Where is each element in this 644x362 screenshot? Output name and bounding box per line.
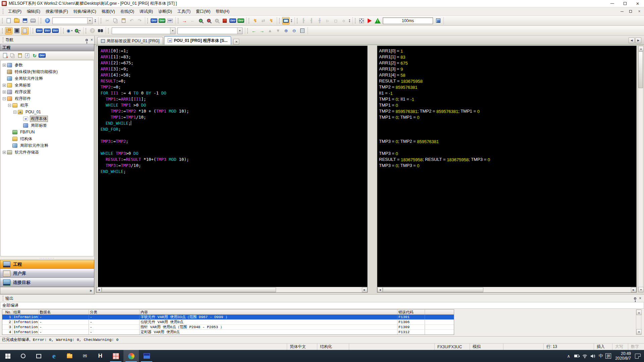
function-combobox[interactable]: ▼ [52, 17, 93, 24]
volume-icon[interactable] [589, 350, 596, 362]
device-memory-icon[interactable]: Dev [44, 27, 51, 35]
step-stop-icon[interactable]: □ [332, 17, 339, 24]
zoom-out-icon[interactable]: ⊖ [290, 27, 298, 35]
code-line[interactable]: ARR1[1]:=83; [101, 54, 367, 60]
code-line[interactable]: RESULT:=0; [101, 78, 367, 84]
scroll-down-icon[interactable]: ▼ [638, 287, 644, 292]
code-line[interactable] [101, 144, 367, 150]
navigation-close-icon[interactable]: × [91, 38, 93, 42]
device-comment-search-icon[interactable]: Dev [150, 17, 158, 24]
help-secondary-icon[interactable]: ? [89, 27, 96, 35]
output-vscrollbar[interactable]: ▲ ▼ [636, 309, 641, 335]
help-icon[interactable]: ? [44, 17, 51, 24]
scroll-down-icon[interactable]: ▼ [636, 329, 642, 335]
redo-icon[interactable]: ↷ [136, 17, 143, 24]
toolbar-overflow-icon[interactable]: ▾▾ [94, 19, 97, 22]
tree-item[interactable]: +程序设置 [1, 88, 94, 95]
ladder-coil-icon[interactable]: ╢ [308, 17, 315, 24]
code-line[interactable]: TMP2:=0; [101, 84, 367, 90]
menu-item[interactable]: 帮助(H) [213, 7, 232, 16]
code-line[interactable]: TMP3:=TMP2; [101, 138, 367, 144]
tree-expander-icon[interactable]: + [3, 84, 6, 87]
code-line[interactable]: END_FOR; [101, 126, 367, 132]
close-button[interactable]: ✕ [631, 0, 644, 7]
editor-hscrollbar[interactable]: ◀ ▶ [96, 287, 367, 292]
code-line[interactable]: RESULT:=RESULT *10+(TMP3 MOD 10); [101, 157, 367, 163]
simulation-settings-icon[interactable] [358, 17, 365, 24]
nav-property-icon[interactable]: i [24, 52, 31, 59]
tree-item[interactable]: +参数 [1, 62, 94, 68]
menu-item[interactable]: 搜索/替换(F) [43, 7, 71, 16]
scroll-left-icon[interactable]: ◀ [96, 287, 102, 292]
copy-icon[interactable] [112, 17, 119, 24]
monitor-stop-icon[interactable] [205, 17, 212, 24]
scroll-left-icon[interactable]: ◀ [377, 287, 383, 292]
zoom-in-icon[interactable]: ⊕ [282, 27, 290, 35]
device-test-icon[interactable]: Dev [237, 17, 245, 24]
scan-time-field[interactable]: 100ms [383, 17, 433, 24]
table-row[interactable]: 2Information--位软元件 VAR用 使用0点F1306 [2, 320, 454, 325]
print-icon[interactable] [29, 17, 37, 24]
gx-works2-app-button[interactable] [108, 350, 123, 362]
paste-icon[interactable] [120, 17, 127, 24]
monitor-vscrollbar[interactable]: ▲ ▼ [638, 46, 643, 293]
chevron-more-icon[interactable]: » [90, 288, 92, 293]
transfer-setup-icon[interactable]: ↯ [252, 17, 259, 24]
ime-mode-indicator[interactable]: 拼 [605, 353, 611, 359]
st-editor-pane[interactable]: ARR1[0]:=1;ARR1[1]:=83;ARR1[2]:=675;ARR1… [96, 46, 368, 293]
replace-combobox[interactable]: ▼ [177, 27, 243, 34]
monitor-write-icon[interactable] [221, 17, 228, 24]
menu-item[interactable]: 工程(P) [5, 7, 24, 16]
toolbar-overflow-icon[interactable]: ▾▾ [290, 19, 293, 22]
nav-copy-icon[interactable] [9, 52, 16, 59]
tab-scroll-left-icon[interactable]: ◀ [629, 38, 635, 43]
menu-item[interactable]: 诊断(D) [156, 7, 175, 16]
navigate-back-icon[interactable]: ← [250, 27, 258, 35]
error-jump-icon[interactable]: ! [374, 17, 381, 24]
device-find-result-icon[interactable]: Dev [158, 17, 166, 24]
code-line[interactable]: FOR II1 := 4 TO 0 BY -1 DO [101, 90, 367, 96]
new-project-icon[interactable] [5, 17, 12, 24]
ladder-branch-icon[interactable]: ╫ [316, 17, 323, 24]
tab-scroll-right-icon[interactable]: ▶ [635, 38, 641, 43]
wifi-icon[interactable] [581, 350, 588, 362]
code-line[interactable] [101, 132, 367, 138]
toolbar-overflow-icon[interactable]: ▾▾ [348, 19, 351, 22]
grid-display-icon[interactable] [299, 27, 306, 35]
code-line[interactable]: TMP3:=TMP3/10; [101, 163, 367, 169]
code-line[interactable]: ARR1[0]:=1; [101, 48, 367, 54]
menu-item[interactable]: 窗口(W) [193, 7, 213, 16]
menu-item[interactable]: 编辑(E) [24, 7, 43, 16]
tray-chevron-icon[interactable]: ∧ [565, 350, 572, 362]
document-tab[interactable]: stPOU_01 [PRG] 程序本体 [S... [164, 36, 231, 45]
tree-item[interactable]: st程序本体 [1, 115, 94, 122]
verify-with-plc-icon[interactable]: ⇄ [260, 17, 267, 24]
tree-item[interactable]: 结构体 [1, 135, 94, 142]
save-project-icon[interactable] [21, 17, 29, 24]
monitor-hscrollbar[interactable]: ◀ ▶ [377, 287, 636, 292]
tree-expander-icon[interactable]: + [3, 64, 6, 67]
code-line[interactable]: END_WHILE; [101, 169, 367, 175]
pin-icon[interactable] [86, 39, 88, 41]
tree-expander-icon[interactable]: + [3, 90, 6, 94]
tab-close-icon[interactable]: ✕ [233, 39, 239, 45]
navigation-more-bar[interactable]: » [0, 287, 94, 294]
table-row[interactable]: 4Information--定时器 VAR用 使用0点F1312 [2, 330, 454, 335]
output-close-icon[interactable]: × [639, 296, 641, 300]
device-network-icon[interactable]: Dev [52, 27, 59, 35]
code-line[interactable]: TMP2:=TMP2 *10 + (TMP1 MOD 10); [101, 108, 367, 114]
code-line[interactable]: END_WHILE; [101, 120, 367, 126]
action-center-icon[interactable] [635, 354, 641, 359]
remote-operation-icon[interactable]: ↯ [268, 17, 275, 24]
scroll-right-icon[interactable]: ▶ [362, 287, 367, 292]
navigation-splitter[interactable]: ········· [0, 256, 94, 260]
code-line[interactable]: WHILE TMP3>0 DO [101, 150, 367, 157]
pin-icon[interactable] [634, 297, 636, 300]
scroll-up-icon[interactable]: ▲ [638, 46, 644, 51]
find-combobox[interactable]: ▼ [112, 27, 175, 34]
move-up-icon[interactable]: ▲ [266, 27, 274, 35]
menu-item[interactable]: 在线(O) [118, 7, 137, 16]
monitor-start-icon[interactable] [197, 17, 204, 24]
open-project-icon[interactable] [13, 17, 20, 24]
maximize-button[interactable] [619, 0, 631, 7]
